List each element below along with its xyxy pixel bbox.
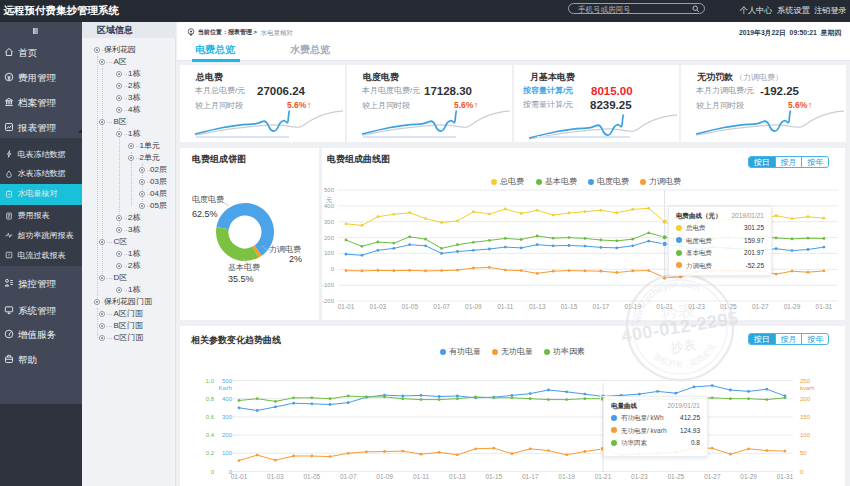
- svg-text:300: 300: [324, 219, 335, 225]
- svg-text:01-11: 01-11: [497, 303, 514, 310]
- svg-text:01-05: 01-05: [401, 303, 418, 310]
- svg-text:-200: -200: [322, 298, 335, 304]
- svg-text:150: 150: [800, 414, 811, 420]
- svg-text:抄表: 抄表: [669, 337, 697, 356]
- svg-text:200: 200: [800, 396, 811, 402]
- svg-text:01-15: 01-15: [561, 303, 578, 310]
- svg-text:-100: -100: [322, 282, 335, 288]
- svg-text:元: 元: [326, 196, 332, 203]
- svg-text:01-29: 01-29: [784, 303, 801, 310]
- svg-text:01-11: 01-11: [413, 473, 430, 480]
- svg-text:300: 300: [222, 414, 233, 420]
- svg-text:Kw/h: Kw/h: [219, 385, 232, 391]
- svg-text:400: 400: [222, 396, 233, 402]
- svg-text:01-27: 01-27: [704, 473, 721, 480]
- svg-text:0: 0: [211, 469, 215, 475]
- svg-text:200: 200: [222, 432, 233, 438]
- svg-text:01-13: 01-13: [449, 473, 466, 480]
- svg-text:01-03: 01-03: [370, 303, 387, 310]
- svg-text:01-19: 01-19: [558, 473, 575, 480]
- svg-text:0: 0: [331, 266, 335, 272]
- svg-text:100: 100: [324, 250, 335, 256]
- svg-text:01-29: 01-29: [740, 473, 757, 480]
- svg-text:01-31: 01-31: [816, 303, 833, 310]
- svg-text:250: 250: [800, 378, 811, 384]
- svg-text:01-01: 01-01: [231, 473, 248, 480]
- svg-text:500: 500: [324, 187, 335, 193]
- svg-text:0.2: 0.2: [206, 450, 215, 456]
- svg-text:100: 100: [800, 432, 811, 438]
- svg-text:01-09: 01-09: [376, 473, 393, 480]
- svg-text:01-25: 01-25: [667, 473, 684, 480]
- svg-text:0.6: 0.6: [206, 414, 215, 420]
- svg-text:0: 0: [800, 469, 804, 475]
- svg-text:200: 200: [324, 235, 335, 241]
- svg-text:100: 100: [222, 450, 233, 456]
- svg-text:01-31: 01-31: [777, 473, 794, 480]
- svg-text:0.4: 0.4: [206, 432, 215, 438]
- svg-text:50: 50: [800, 450, 807, 456]
- svg-text:01-07: 01-07: [340, 473, 357, 480]
- svg-text:01-07: 01-07: [433, 303, 450, 310]
- svg-text:01-01: 01-01: [338, 303, 355, 310]
- svg-text:500: 500: [222, 378, 233, 384]
- svg-text:01-21: 01-21: [595, 473, 612, 480]
- svg-text:kvarh: kvarh: [800, 385, 815, 391]
- svg-text:01-03: 01-03: [267, 473, 284, 480]
- svg-text:1.0: 1.0: [206, 378, 215, 384]
- svg-text:01-17: 01-17: [522, 473, 539, 480]
- svg-text:400: 400: [324, 203, 335, 209]
- svg-text:01-05: 01-05: [303, 473, 320, 480]
- svg-text:0.8: 0.8: [206, 396, 215, 402]
- svg-text:01-09: 01-09: [465, 303, 482, 310]
- svg-text:01-23: 01-23: [631, 473, 648, 480]
- svg-text:01-15: 01-15: [485, 473, 502, 480]
- svg-text:01-13: 01-13: [529, 303, 546, 310]
